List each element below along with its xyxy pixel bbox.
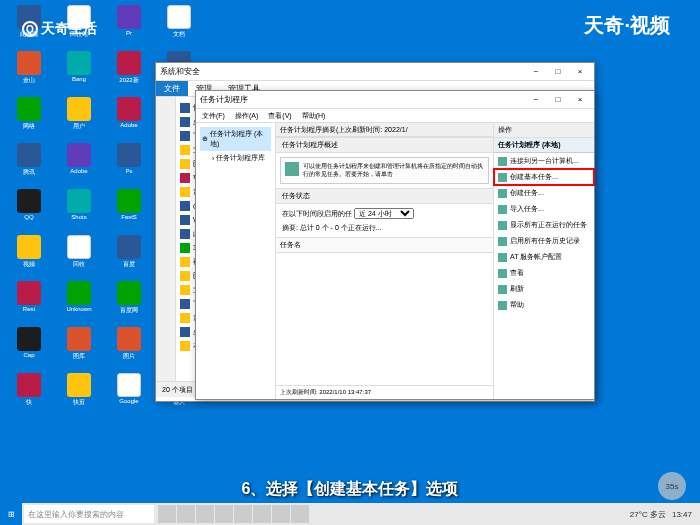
system-tray: 27°C 多云 13:47 [630, 509, 700, 520]
menu-file[interactable]: 文件(F) [202, 111, 225, 121]
task-scheduler-window: 任务计划程序 − □ × 文件(F) 操作(A) 查看(V) 帮助(H) ⊕任务… [195, 90, 595, 400]
desktop-icon[interactable]: 百度 [110, 235, 148, 273]
desktop-icon[interactable]: 文档 [160, 5, 198, 43]
action-enable-history[interactable]: 启用所有任务历史记录 [494, 233, 594, 249]
desktop-icon[interactable]: 图库 [60, 327, 98, 365]
minimize-button[interactable]: − [526, 95, 546, 104]
action-help[interactable]: 帮助 [494, 297, 594, 313]
desktop-icon[interactable]: Bang [60, 51, 98, 89]
action-show-running[interactable]: 显示所有正在运行的任务 [494, 217, 594, 233]
desktop-icon[interactable]: 2022新 [110, 51, 148, 89]
desktop-icon[interactable]: Ps [110, 143, 148, 181]
summary-text: 摘要: 总计 0 个 - 0 个正在运行... [282, 223, 487, 233]
desktop-icon[interactable]: 视频 [10, 235, 48, 273]
start-button[interactable]: ⊞ [0, 503, 22, 525]
clock[interactable]: 13:47 [672, 510, 692, 519]
weather[interactable]: 27°C 多云 [630, 509, 666, 520]
actions-header: 操作 [494, 123, 594, 138]
taskbar-app[interactable] [177, 505, 195, 523]
menu-view[interactable]: 查看(V) [268, 111, 291, 121]
menubar: 文件(F) 操作(A) 查看(V) 帮助(H) [196, 109, 594, 123]
taskbar: ⊞ 在这里输入你要搜索的内容 27°C 多云 13:47 [0, 503, 700, 525]
minimize-button[interactable]: − [526, 67, 546, 76]
desktop-icon[interactable]: FastS [110, 189, 148, 227]
action-view[interactable]: 查看 [494, 265, 594, 281]
time-select[interactable]: 近 24 小时 [354, 208, 414, 219]
desktop-icon[interactable]: 网络 [10, 97, 48, 135]
action-refresh[interactable]: 刷新 [494, 281, 594, 297]
time-filter: 在以下时间段启用的任 近 24 小时 摘要: 总计 0 个 - 0 个正在运行.… [276, 204, 493, 237]
taskbar-app[interactable] [253, 505, 271, 523]
desktop-icon[interactable]: 图片 [110, 327, 148, 365]
taskbar-app[interactable] [291, 505, 309, 523]
center-panel: 任务计划程序摘要(上次刷新时间: 2022/1/ 任务计划程序概述 可以使用任务… [276, 123, 494, 399]
clock-icon [285, 162, 299, 176]
action-connect[interactable]: 连接到另一台计算机... [494, 153, 594, 169]
tree-root[interactable]: ⊕任务计划程序 (本地) [200, 127, 271, 151]
desktop-icon[interactable]: 快 [10, 373, 48, 411]
menu-action[interactable]: 操作(A) [235, 111, 258, 121]
desktop-icon[interactable]: 腾讯 [10, 143, 48, 181]
desktop-icon[interactable]: 金山 [10, 51, 48, 89]
maximize-button[interactable]: □ [548, 67, 568, 76]
nav-buttons[interactable] [156, 97, 176, 381]
watermark-brand: 天奇·视频 [584, 12, 670, 39]
desktop-icon[interactable]: Adobe [60, 143, 98, 181]
footer-text: 上次刷新时间: 2022/1/10 13:47:37 [276, 385, 493, 399]
close-button[interactable]: × [570, 67, 590, 76]
action-create-basic-task[interactable]: 创建基本任务... [494, 169, 594, 185]
timer-indicator: 35s [658, 472, 686, 500]
actions-group: 任务计划程序 (本地) [494, 138, 594, 153]
desktop-icon[interactable]: Shots [60, 189, 98, 227]
action-create-task[interactable]: 创建任务... [494, 185, 594, 201]
taskbar-app[interactable] [272, 505, 290, 523]
taskbar-app[interactable] [234, 505, 252, 523]
desktop-icon[interactable]: 用户 [60, 97, 98, 135]
window-title: 系统和安全 [160, 66, 200, 77]
tree-library[interactable]: ›任务计划程序库 [200, 151, 271, 165]
taskbar-apps [158, 505, 309, 523]
desktop-icon[interactable]: 快剪 [60, 373, 98, 411]
watermark-logo: Q天奇生活 [22, 20, 97, 38]
taskbar-app[interactable] [196, 505, 214, 523]
desktop-icon[interactable]: Google [110, 373, 148, 411]
taskbar-app[interactable] [215, 505, 233, 523]
desktop-icon[interactable]: Rest [10, 281, 48, 319]
tree-panel: ⊕任务计划程序 (本地) ›任务计划程序库 [196, 123, 276, 399]
action-import[interactable]: 导入任务... [494, 201, 594, 217]
taskbar-app[interactable] [158, 505, 176, 523]
window-title: 任务计划程序 [200, 94, 248, 105]
actions-panel: 操作 任务计划程序 (本地) 连接到另一台计算机... 创建基本任务... 创建… [494, 123, 594, 399]
overview-text: 可以使用任务计划程序来创建和管理计算机将在所指定的时间自动执行的常见任务。若要开… [280, 157, 489, 184]
status-section: 任务状态 [276, 188, 493, 204]
overview-section: 任务计划程序概述 [276, 137, 493, 153]
action-at-service[interactable]: AT 服务帐户配置 [494, 249, 594, 265]
desktop-icon[interactable]: 百度网 [110, 281, 148, 319]
close-button[interactable]: × [570, 95, 590, 104]
menu-help[interactable]: 帮助(H) [302, 111, 326, 121]
maximize-button[interactable]: □ [548, 95, 568, 104]
task-table: 任务名 [276, 237, 493, 385]
video-subtitle: 6、选择【创建基本任务】选项 [242, 479, 459, 500]
center-header: 任务计划程序摘要(上次刷新时间: 2022/1/ [276, 123, 493, 137]
titlebar[interactable]: 任务计划程序 − □ × [196, 91, 594, 109]
desktop-icon[interactable]: Adobe [110, 97, 148, 135]
desktop-icon[interactable]: Cap [10, 327, 48, 365]
desktop-icon[interactable]: 回收 [60, 235, 98, 273]
search-input[interactable]: 在这里输入你要搜索的内容 [24, 505, 154, 523]
desktop-icon[interactable]: Pr [110, 5, 148, 43]
desktop-icon[interactable]: Unknown [60, 281, 98, 319]
column-header[interactable]: 任务名 [276, 238, 493, 253]
titlebar[interactable]: 系统和安全 − □ × [156, 63, 594, 81]
file-tab[interactable]: 文件 [156, 81, 188, 96]
desktop-icon[interactable]: QQ [10, 189, 48, 227]
